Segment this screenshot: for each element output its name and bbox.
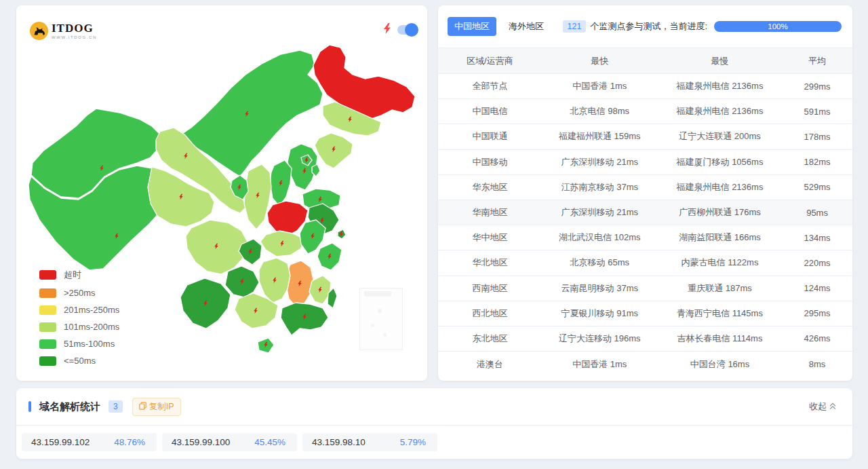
table-row[interactable]: 华东地区江苏南京移动 37ms福建泉州电信 2136ms529ms — [438, 175, 852, 200]
results-panel: 中国地区海外地区 121 个监测点参与测试，当前进度: 100% 区域/运营商最… — [438, 5, 852, 381]
table-row[interactable]: 华南地区广东深圳移动 21ms广西柳州联通 176ms95ms — [438, 200, 852, 225]
monitor-count-badge: 121 — [563, 20, 587, 33]
map-panel: ITDOG WWW.ITDOG.CN 超时>250ms201ms-250ms10… — [16, 5, 427, 381]
table-cell: 吉林长春电信 1114ms — [658, 333, 782, 345]
legend-swatch — [39, 270, 56, 280]
double-chevron-up-icon — [829, 402, 836, 412]
table-cell: 95ms — [782, 208, 852, 218]
legend-swatch — [39, 356, 56, 366]
monitor-text: 个监测点参与测试，当前进度: — [590, 20, 707, 33]
table-cell: 182ms — [782, 157, 852, 167]
table-cell: 124ms — [782, 283, 852, 293]
dns-title: 域名解析统计 — [39, 400, 100, 413]
table-row[interactable]: 中国电信北京电信 98ms福建泉州电信 2136ms591ms — [438, 99, 852, 124]
table-cell: 8ms — [782, 359, 852, 369]
table-cell: 湖南益阳联通 166ms — [658, 231, 782, 244]
ip-address: 43.159.99.102 — [31, 437, 90, 447]
table-cell: 中国香港 1ms — [542, 80, 658, 92]
table-row[interactable]: 中国联通福建福州联通 159ms辽宁大连联通 200ms178ms — [438, 124, 852, 149]
table-row[interactable]: 华北地区北京移动 65ms内蒙古电信 1122ms220ms — [438, 250, 852, 276]
ip-percent: 5.79% — [400, 437, 426, 447]
table-cell: 西南地区 — [438, 282, 542, 295]
table-cell: 江苏南京移动 37ms — [542, 181, 658, 193]
dns-stats-panel: 域名解析统计 3 复制IP 收起 — [16, 388, 852, 459]
table-cell: 青海西宁电信 1145ms — [658, 307, 782, 320]
table-cell: 福建泉州电信 2136ms — [658, 105, 782, 117]
table-cell: 529ms — [782, 182, 852, 192]
legend-label: 51ms-100ms — [64, 339, 115, 349]
table-cell: 中国移动 — [438, 156, 542, 168]
table-cell: 134ms — [782, 233, 852, 243]
legend-swatch — [39, 305, 56, 315]
table-cell: 宁夏银川移动 91ms — [542, 307, 658, 320]
progress-label: 100% — [768, 22, 787, 31]
table-cell: 福建福州联通 159ms — [542, 130, 658, 143]
table-cell: 中国电信 — [438, 105, 542, 117]
dns-header: 域名解析统计 3 复制IP 收起 — [16, 388, 852, 425]
column-header: 最快 — [542, 55, 658, 67]
table-row[interactable]: 港澳台中国香港 1ms中国台湾 16ms8ms — [438, 352, 852, 377]
table-cell: 北京移动 65ms — [542, 257, 658, 269]
logo-title: ITDOG — [52, 22, 97, 34]
table-cell: 华北地区 — [438, 257, 542, 269]
legend-label: <=50ms — [64, 356, 96, 366]
results-header: 中国地区海外地区 121 个监测点参与测试，当前进度: 100% — [448, 13, 842, 40]
results-table-body: 全部节点中国香港 1ms福建泉州电信 2136ms299ms中国电信北京电信 9… — [438, 74, 852, 377]
table-cell: 中国台湾 16ms — [658, 358, 782, 371]
table-row[interactable]: 中国移动广东深圳移动 21ms福建厦门移动 1056ms182ms — [438, 150, 852, 175]
legend-item: <=50ms — [39, 356, 119, 366]
title-accent-bar — [28, 401, 31, 412]
table-row[interactable]: 西南地区云南昆明移动 37ms重庆联通 187ms124ms — [438, 276, 852, 301]
table-row[interactable]: 东北地区辽宁大连移动 196ms吉林长春电信 1114ms426ms — [438, 326, 852, 352]
legend-item: 超时 — [39, 269, 119, 281]
legend-item: 101ms-200ms — [39, 322, 119, 332]
copy-ip-button[interactable]: 复制IP — [132, 398, 181, 416]
table-cell: 广东深圳移动 21ms — [542, 156, 658, 168]
table-cell: 福建泉州电信 2136ms — [658, 80, 782, 92]
table-cell: 辽宁大连联通 200ms — [658, 130, 782, 143]
table-cell: 西北地区 — [438, 307, 542, 320]
legend-item: >250ms — [39, 288, 119, 298]
column-header: 区域/运营商 — [438, 55, 542, 67]
table-cell: 港澳台 — [438, 358, 542, 371]
table-cell: 220ms — [782, 258, 852, 268]
table-row[interactable]: 西北地区宁夏银川移动 91ms青海西宁电信 1145ms295ms — [438, 301, 852, 326]
ip-chip[interactable]: 43.159.98.105.79% — [302, 433, 437, 451]
copy-ip-label: 复制IP — [149, 401, 174, 413]
itdog-dog-icon — [30, 22, 48, 40]
copy-icon — [139, 402, 146, 412]
tab-active-中国地区[interactable]: 中国地区 — [448, 17, 496, 36]
legend-item: 201ms-250ms — [39, 305, 119, 315]
table-cell: 福建厦门移动 1056ms — [658, 156, 782, 168]
table-cell: 广东深圳移动 21ms — [542, 206, 658, 219]
fast-mode-toggle[interactable] — [397, 25, 416, 35]
table-cell: 中国联通 — [438, 130, 542, 143]
monitor-status: 121 个监测点参与测试，当前进度: 100% — [563, 20, 842, 33]
table-cell: 426ms — [782, 333, 852, 343]
tab-inactive-海外地区[interactable]: 海外地区 — [502, 17, 551, 36]
logo-subtitle: WWW.ITDOG.CN — [52, 35, 97, 39]
table-cell: 内蒙古电信 1122ms — [658, 257, 782, 269]
results-table-header: 区域/运营商最快最慢平均 — [438, 48, 852, 74]
region-tabs: 中国地区海外地区 — [448, 17, 551, 36]
table-cell: 湖北武汉电信 102ms — [542, 231, 658, 244]
table-cell: 全部节点 — [438, 80, 542, 92]
province-guangdong[interactable] — [281, 303, 328, 335]
table-cell: 福建泉州电信 2136ms — [658, 181, 782, 193]
collapse-label: 收起 — [809, 400, 827, 413]
collapse-control[interactable]: 收起 — [809, 400, 836, 413]
ip-chip[interactable]: 43.159.99.10045.45% — [162, 433, 297, 451]
legend-label: 201ms-250ms — [64, 305, 119, 315]
dns-ip-list: 43.159.99.10248.76%43.159.99.10045.45%43… — [16, 426, 852, 459]
dns-count-badge: 3 — [108, 400, 123, 413]
ip-percent: 48.76% — [114, 437, 145, 447]
table-cell: 299ms — [782, 81, 852, 92]
column-header: 最慢 — [658, 55, 782, 67]
table-cell: 重庆联通 187ms — [658, 282, 782, 295]
table-cell: 辽宁大连移动 196ms — [542, 333, 658, 345]
table-cell: 华中地区 — [438, 231, 542, 244]
table-row[interactable]: 华中地区湖北武汉电信 102ms湖南益阳联通 166ms134ms — [438, 225, 852, 250]
ip-chip[interactable]: 43.159.99.10248.76% — [22, 433, 157, 451]
table-row[interactable]: 全部节点中国香港 1ms福建泉州电信 2136ms299ms — [438, 74, 852, 99]
table-cell: 华南地区 — [438, 206, 542, 219]
